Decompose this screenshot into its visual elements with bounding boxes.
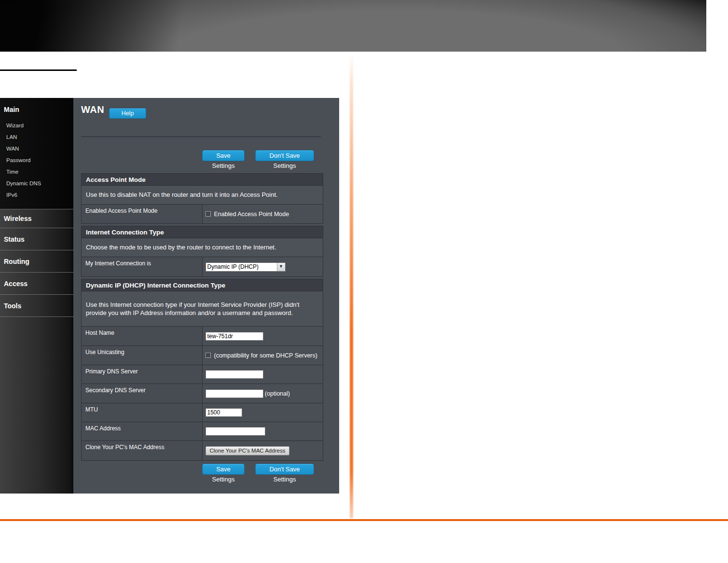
sidebar-item-access[interactable]: Access xyxy=(0,273,73,295)
internet-connection-select-value: Dynamic IP (DHCP) xyxy=(206,263,285,271)
my-internet-connection-label: My Internet Connection is xyxy=(82,257,203,277)
use-unicasting-checkbox[interactable] xyxy=(206,353,211,358)
chevron-down-icon[interactable]: ▼ xyxy=(277,263,285,271)
use-unicasting-label: Use Unicasting xyxy=(82,346,203,365)
clone-mac-button[interactable]: Clone Your PC's MAC Address xyxy=(206,446,290,455)
secondary-dns-label: Secondary DNS Server xyxy=(82,384,203,403)
sidebar-main-subitems: Wizard LAN WAN Password Time Dynamic DNS… xyxy=(0,120,73,201)
sidebar-item-ipv6[interactable]: IPv6 xyxy=(0,189,73,201)
internet-connection-description: Choose the mode to be used by the router… xyxy=(82,238,323,257)
sidebar-item-main[interactable]: Main xyxy=(0,98,73,113)
sidebar-item-status[interactable]: Status xyxy=(0,228,73,250)
dont-save-settings-button[interactable]: Don't Save Settings xyxy=(255,150,314,161)
sidebar-item-dynamic-dns[interactable]: Dynamic DNS xyxy=(0,178,73,189)
mac-address-label: MAC Address xyxy=(82,422,203,441)
mac-address-input[interactable] xyxy=(206,427,265,436)
access-point-mode-table: Access Point Mode Use this to disable NA… xyxy=(81,173,323,224)
section-header-access-point-mode: Access Point Mode xyxy=(82,174,323,186)
sidebar-main-group: Main Wizard LAN WAN Password Time Dynami… xyxy=(0,98,73,209)
sidebar-item-wireless[interactable]: Wireless xyxy=(0,209,73,228)
wan-settings-panel: WAN Help Save Settings Don't Save Settin… xyxy=(73,98,339,494)
page-title: WAN xyxy=(81,104,104,115)
sidebar-item-wan[interactable]: WAN xyxy=(0,143,73,154)
section-underline xyxy=(0,69,77,71)
sidebar-item-wizard[interactable]: Wizard xyxy=(0,120,73,131)
sidebar-item-password[interactable]: Password xyxy=(0,154,73,166)
bottom-button-row: Save Settings Don't Save Settings xyxy=(202,464,314,475)
access-point-mode-description: Use this to disable NAT on the router an… xyxy=(82,186,323,205)
primary-dns-input[interactable] xyxy=(206,370,263,379)
sidebar-sections: Wireless Status Routing Access Tools xyxy=(0,209,73,317)
enabled-ap-mode-checkbox[interactable] xyxy=(206,211,211,217)
use-unicasting-note: (compatibility for some DHCP Servers) xyxy=(214,352,317,359)
primary-dns-label: Primary DNS Server xyxy=(82,365,203,384)
top-banner xyxy=(0,0,706,52)
dont-save-settings-button-bottom[interactable]: Don't Save Settings xyxy=(255,464,314,475)
mtu-input[interactable] xyxy=(206,408,242,417)
top-button-row: Save Settings Don't Save Settings xyxy=(202,150,314,161)
sidebar-item-time[interactable]: Time xyxy=(0,166,73,178)
clone-mac-label: Clone Your PC's MAC Address xyxy=(82,441,203,461)
host-name-label: Host Name xyxy=(82,327,203,346)
sidebar-item-routing[interactable]: Routing xyxy=(0,250,73,273)
sidebar-item-tools[interactable]: Tools xyxy=(0,295,73,317)
section-header-dynamic-ip: Dynamic IP (DHCP) Internet Connection Ty… xyxy=(82,279,323,291)
sidebar-item-lan[interactable]: LAN xyxy=(0,131,73,143)
orange-glow-divider xyxy=(350,54,353,519)
settings-tables: Access Point Mode Use this to disable NA… xyxy=(81,173,323,463)
save-settings-button[interactable]: Save Settings xyxy=(202,150,245,161)
secondary-dns-note: (optional) xyxy=(265,390,290,397)
footer-orange-rule xyxy=(0,519,728,521)
enabled-ap-mode-checkbox-label: Enabled Access Point Mode xyxy=(214,211,289,218)
help-button[interactable]: Help xyxy=(109,108,146,119)
internet-connection-select[interactable]: Dynamic IP (DHCP) ▼ xyxy=(206,262,286,272)
dynamic-ip-description: Use this Internet connection type if you… xyxy=(82,291,323,327)
title-divider xyxy=(81,137,321,137)
secondary-dns-input[interactable] xyxy=(206,389,263,398)
dynamic-ip-table: Dynamic IP (DHCP) Internet Connection Ty… xyxy=(81,279,323,461)
section-header-internet-connection-type: Internet Connection Type xyxy=(82,226,323,238)
internet-connection-type-table: Internet Connection Type Choose the mode… xyxy=(81,226,323,277)
host-name-input[interactable] xyxy=(206,332,263,341)
mtu-label: MTU xyxy=(82,403,203,422)
save-settings-button-bottom[interactable]: Save Settings xyxy=(202,464,245,475)
enabled-ap-mode-label: Enabled Access Point Mode xyxy=(82,205,203,224)
sidebar-nav: Main Wizard LAN WAN Password Time Dynami… xyxy=(0,98,73,494)
